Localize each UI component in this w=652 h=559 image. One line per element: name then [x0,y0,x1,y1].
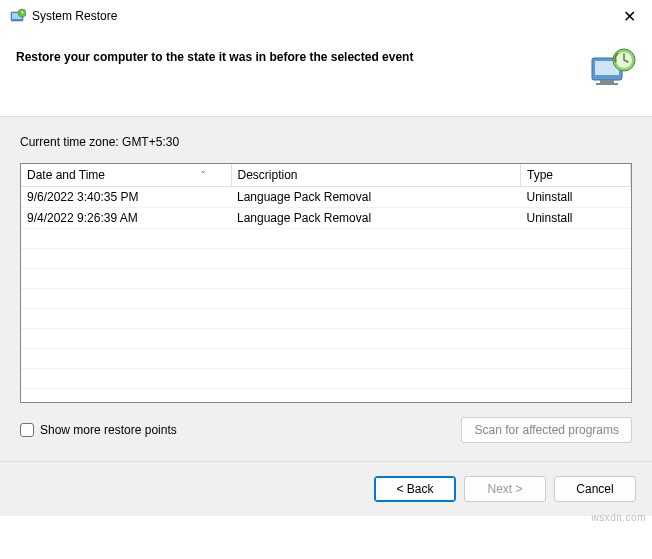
back-button[interactable]: < Back [374,476,456,502]
watermark: wsxdn.com [591,512,646,523]
window-title: System Restore [32,9,617,23]
header-area: Restore your computer to the state it wa… [0,32,652,116]
table-row [21,389,631,404]
checkbox-icon[interactable] [20,423,34,437]
svg-rect-5 [600,80,614,83]
scan-affected-button[interactable]: Scan for affected programs [461,417,632,443]
table-header-row[interactable]: Date and Time ⌄ Description Type [21,164,631,187]
svg-rect-6 [596,83,618,85]
next-button: Next > [464,476,546,502]
show-more-checkbox[interactable]: Show more restore points [20,423,461,437]
sort-indicator-icon: ⌄ [200,166,207,175]
below-table-row: Show more restore points Scan for affect… [20,417,632,443]
table-row [21,349,631,369]
close-button[interactable]: ✕ [617,7,642,26]
table-row [21,229,631,249]
column-description[interactable]: Description [231,164,521,187]
content-area: Current time zone: GMT+5:30 Date and Tim… [0,116,652,461]
table-row [21,309,631,329]
restore-clock-icon [588,44,636,92]
titlebar: System Restore ✕ [0,0,652,32]
show-more-label: Show more restore points [40,423,177,437]
table-row [21,369,631,389]
column-type[interactable]: Type [521,164,631,187]
column-datetime[interactable]: Date and Time ⌄ [21,164,231,187]
page-heading: Restore your computer to the state it wa… [16,44,568,64]
cancel-button[interactable]: Cancel [554,476,636,502]
table-row [21,289,631,309]
table-row[interactable]: 9/6/2022 3:40:35 PM Language Pack Remova… [21,187,631,208]
timezone-label: Current time zone: GMT+5:30 [20,135,632,149]
footer-buttons: < Back Next > Cancel [0,461,652,516]
restore-points-table[interactable]: Date and Time ⌄ Description Type 9/6/202… [20,163,632,403]
table-row[interactable]: 9/4/2022 9:26:39 AM Language Pack Remova… [21,208,631,229]
table-row [21,249,631,269]
system-restore-icon [10,8,26,24]
table-row [21,329,631,349]
table-row [21,269,631,289]
